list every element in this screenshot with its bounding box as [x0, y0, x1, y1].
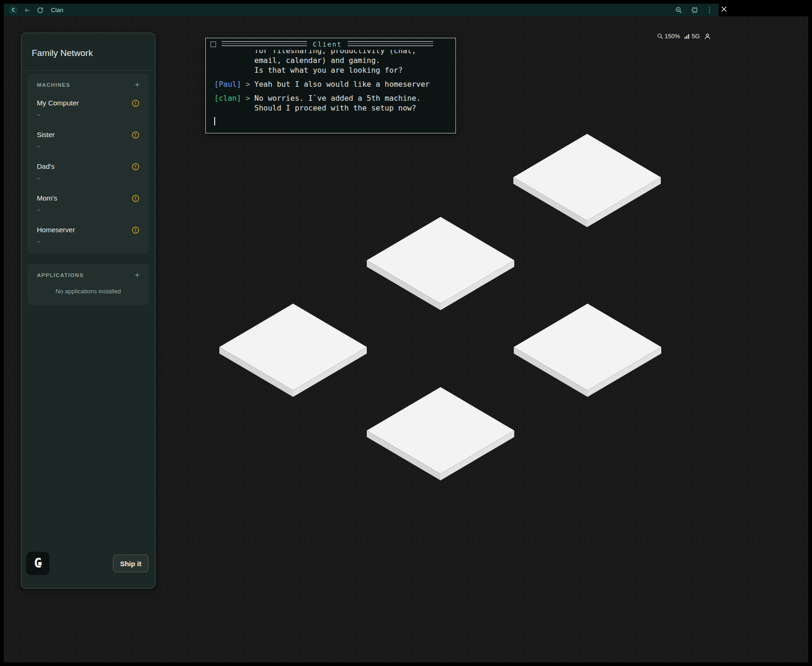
clan-logo-glyph: C: [34, 557, 42, 570]
machine-status-icon: [132, 99, 140, 107]
add-application-button[interactable]: +: [135, 271, 140, 279]
tab-title: Clan: [51, 7, 63, 14]
machine-status-text: –: [37, 237, 140, 245]
zoom-magnifier-icon: [657, 33, 663, 39]
message-speaker: [clan]: [214, 93, 241, 113]
window-control-icon[interactable]: [210, 42, 216, 47]
user-icon: [704, 33, 711, 40]
signal-bars-icon: [684, 33, 690, 39]
machine-tile[interactable]: [219, 304, 367, 397]
close-icon[interactable]: [721, 6, 727, 12]
menu-kebab-icon[interactable]: ⋮: [706, 7, 713, 14]
terminal-titlebar[interactable]: Client: [206, 38, 455, 50]
browser-topbar: C Clan ⋮: [4, 4, 719, 16]
titlebar-stripes: [222, 41, 307, 47]
machine-name: Mom's: [37, 194, 57, 202]
machine-status-text: –: [37, 111, 140, 118]
client-terminal-window: Client for filesharing, productivity (ch…: [205, 38, 456, 133]
machine-status-text: –: [37, 206, 140, 213]
machine-status-icon: [132, 131, 140, 139]
machine-tile[interactable]: [367, 217, 514, 310]
machine-name: Sister: [37, 131, 55, 139]
family-network-panel: Family Network MACHINES + My Computer – …: [21, 33, 155, 589]
terminal-message: for filesharing, productivity (chat,emai…: [214, 50, 449, 75]
panel-title: Family Network: [21, 33, 155, 70]
titlebar-stripes: [348, 41, 433, 47]
network-label: 5G: [692, 33, 700, 40]
extensions-icon[interactable]: [691, 7, 698, 14]
message-speaker: [Paul]: [214, 79, 241, 89]
terminal-cursor: [214, 117, 215, 125]
message-arrow: [241, 50, 254, 75]
message-text: for filesharing, productivity (chat,emai…: [254, 50, 449, 75]
ship-it-button[interactable]: Ship it: [113, 555, 148, 572]
applications-header: APPLICATIONS: [37, 272, 84, 278]
message-arrow: >: [241, 79, 254, 89]
machine-list-item[interactable]: My Computer –: [37, 93, 140, 124]
machine-status-icon: [132, 226, 140, 234]
machine-status-text: –: [37, 142, 140, 150]
machine-tile[interactable]: [367, 387, 514, 480]
terminal-message: [clan] > No worries. I`ve added a 5th ma…: [214, 93, 449, 113]
machine-tile[interactable]: [514, 304, 661, 397]
machine-status-icon: [132, 194, 140, 202]
machines-header: MACHINES: [37, 82, 70, 88]
machine-tile[interactable]: [513, 134, 661, 227]
machine-name: Dad's: [37, 162, 55, 171]
canvas-hud: 150% 5G: [657, 33, 711, 40]
message-text: No worries. I`ve added a 5th machine.Sho…: [254, 93, 449, 113]
machine-list-item[interactable]: Mom's –: [37, 187, 140, 219]
terminal-title: Client: [313, 41, 342, 48]
zoom-level-label: 150%: [665, 33, 680, 40]
applications-empty-text: No applications installed: [28, 283, 149, 305]
message-text: Yeah but I also would like a homeserver: [254, 79, 449, 89]
machine-list-item[interactable]: Sister –: [37, 124, 140, 156]
clan-favicon-icon: C: [9, 6, 17, 14]
back-icon[interactable]: [24, 7, 30, 14]
applications-card: APPLICATIONS + No applications installed: [28, 264, 149, 305]
machine-name: Homeserver: [37, 226, 75, 234]
zoom-icon[interactable]: [675, 7, 682, 14]
machine-status-icon: [132, 163, 140, 171]
clan-logo: C: [26, 552, 49, 575]
machine-status-text: –: [37, 174, 140, 181]
machines-card: MACHINES + My Computer – Sister: [28, 74, 149, 254]
machines-list: My Computer – Sister –: [28, 93, 149, 254]
machine-list-item[interactable]: Homeserver –: [37, 219, 140, 251]
machine-name: My Computer: [37, 99, 79, 107]
add-machine-button[interactable]: +: [135, 81, 140, 89]
message-speaker: [214, 50, 241, 75]
machine-list-item[interactable]: Dad's –: [37, 156, 140, 187]
terminal-message: [Paul] > Yeah but I also would like a ho…: [214, 79, 449, 89]
reload-icon[interactable]: [37, 7, 43, 14]
terminal-messages: for filesharing, productivity (chat,emai…: [206, 50, 455, 133]
message-arrow: >: [241, 93, 254, 113]
